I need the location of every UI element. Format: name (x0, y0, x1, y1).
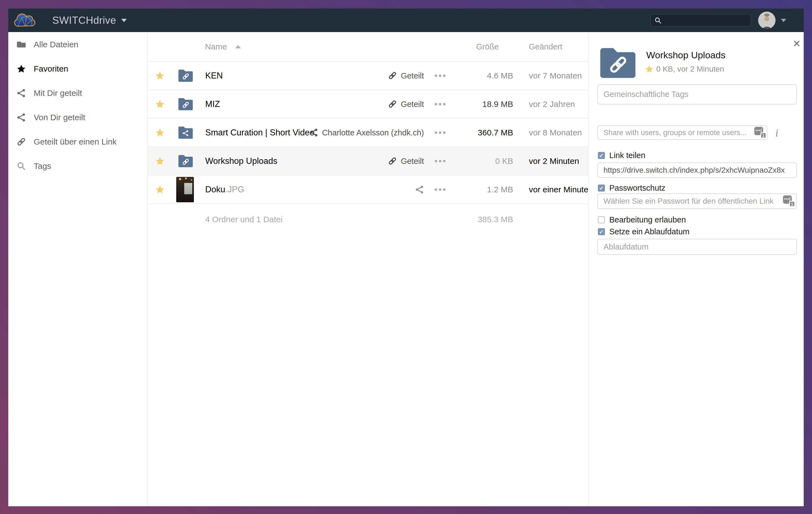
link-icon (388, 157, 397, 165)
summary-count: 4 Ordner und 1 Datei (205, 215, 283, 224)
user-avatar[interactable] (758, 11, 776, 29)
sort-asc-icon (235, 45, 241, 48)
user-menu-chevron-down-icon[interactable] (781, 19, 786, 22)
file-modified: vor 7 Monaten (529, 71, 582, 80)
checkbox-unchecked-icon[interactable] (598, 216, 605, 223)
file-name[interactable]: MIZ (205, 99, 220, 109)
share-status[interactable]: Geteilt (388, 156, 424, 165)
more-actions-button[interactable] (430, 188, 451, 191)
share-owner[interactable]: Charlotte Axelsson (zhdk.ch) (309, 128, 424, 137)
folder-icon (17, 40, 26, 49)
share-icon (415, 185, 424, 194)
favorite-star-icon[interactable] (155, 185, 165, 194)
set-expiration-checkbox[interactable]: ✓ Setze ein Ablaufdatum (598, 227, 689, 236)
password-manager-icon[interactable]: •••|1 (754, 127, 766, 138)
search-input[interactable] (665, 16, 747, 25)
more-actions-button[interactable] (430, 160, 451, 162)
favorite-star-icon[interactable] (645, 65, 654, 73)
file-name[interactable]: Workshop Uploads (205, 156, 277, 166)
file-extension: .JPG (225, 185, 244, 194)
file-list: Name Größe Geändert KEN Geteilt 4.6 MB v… (148, 32, 588, 506)
column-header-name[interactable]: Name (205, 42, 241, 51)
details-panel: × Workshop Uploads 0 KB, vor 2 Minuten •… (588, 32, 804, 506)
favorite-star-icon[interactable] (155, 100, 165, 109)
folder-link-icon (178, 98, 193, 110)
sidebar: Alle Dateien Favoriten Mit Dir geteilt V… (8, 32, 148, 506)
table-row[interactable]: KEN Geteilt 4.6 MB vor 7 Monaten (148, 62, 588, 90)
expiration-date-input[interactable] (598, 239, 797, 255)
more-actions-button[interactable] (430, 103, 451, 105)
switch-cloud-logo-icon[interactable] (12, 12, 38, 28)
share-icon (17, 88, 26, 98)
link-icon (388, 71, 397, 80)
link-password-input[interactable] (598, 193, 797, 209)
table-row[interactable]: Doku.JPG 1.2 MB vor einer Minute (148, 175, 588, 204)
folder-shared-icon (178, 127, 193, 139)
link-icon (17, 137, 26, 146)
collaborative-tags-input[interactable] (598, 84, 797, 105)
file-modified: vor 2 Jahren (529, 100, 575, 109)
allow-editing-checkbox[interactable]: Bearbeitung erlauben (598, 215, 686, 224)
table-row[interactable]: MIZ Geteilt 18.9 MB vor 2 Jahren (148, 90, 588, 118)
search-icon (654, 17, 662, 24)
summary-total-size: 385.3 MB (478, 215, 513, 224)
file-size: 0 KB (495, 156, 513, 166)
share-status[interactable]: Geteilt (388, 71, 424, 80)
share-button[interactable] (415, 185, 424, 194)
table-row-selected[interactable]: Workshop Uploads Geteilt 0 KB vor 2 Minu… (148, 147, 588, 175)
folder-link-icon (178, 155, 193, 167)
close-icon[interactable]: × (793, 37, 801, 50)
folder-link-icon (600, 48, 636, 78)
password-manager-icon[interactable]: •••|1 (783, 195, 795, 207)
top-bar: SWITCHdrive (8, 8, 804, 32)
search-icon (17, 161, 26, 171)
favorite-star-icon[interactable] (155, 71, 165, 80)
panel-meta: 0 KB, vor 2 Minuten (645, 65, 724, 74)
link-icon (388, 100, 397, 109)
file-size: 4.6 MB (487, 71, 513, 80)
file-modified: vor einer Minute (529, 185, 588, 194)
column-header-modified[interactable]: Geändert (529, 42, 562, 51)
checkbox-checked-icon[interactable]: ✓ (598, 152, 605, 159)
sidebar-item-favorites[interactable]: Favoriten (8, 57, 147, 81)
sidebar-item-shared-with-you[interactable]: Mit Dir geteilt (8, 81, 147, 105)
folder-link-icon (178, 70, 193, 82)
app-title[interactable]: SWITCHdrive (52, 15, 116, 26)
public-link-url-input[interactable] (598, 162, 797, 178)
file-list-summary: 4 Ordner und 1 Datei 385.3 MB (148, 204, 588, 235)
favorite-star-icon[interactable] (155, 156, 165, 166)
app-window: SWITCHdrive Alle Dateien Favoriten Mit D… (8, 8, 804, 506)
share-icon (309, 128, 318, 137)
file-size: 18.9 MB (482, 100, 513, 109)
share-link-checkbox[interactable]: ✓ Link teilen (598, 151, 645, 160)
sidebar-item-shared-by-you[interactable]: Von Dir geteilt (8, 105, 147, 130)
share-with-input[interactable] (598, 126, 767, 140)
file-name[interactable]: Smart Curation | Short Video (205, 128, 314, 138)
file-modified: vor 2 Minuten (529, 156, 579, 166)
file-list-header: Name Größe Geändert (148, 32, 588, 62)
star-icon (17, 64, 26, 74)
more-actions-button[interactable] (430, 74, 451, 77)
panel-title: Workshop Uploads (646, 50, 726, 60)
password-protect-checkbox[interactable]: ✓ Passwortschutz (598, 184, 665, 193)
file-name[interactable]: Doku.JPG (205, 185, 244, 194)
file-name[interactable]: KEN (205, 71, 223, 81)
info-icon[interactable]: i (775, 126, 778, 140)
file-modified: vor 8 Monaten (529, 128, 582, 137)
sidebar-item-tags[interactable]: Tags (8, 154, 147, 178)
checkbox-checked-icon[interactable]: ✓ (598, 228, 605, 235)
checkbox-checked-icon[interactable]: ✓ (598, 185, 605, 191)
sidebar-item-all-files[interactable]: Alle Dateien (8, 32, 147, 57)
file-size: 360.7 MB (478, 128, 513, 137)
search-box[interactable] (650, 14, 751, 27)
favorite-star-icon[interactable] (155, 128, 165, 137)
file-size: 1.2 MB (487, 185, 513, 194)
column-header-size[interactable]: Größe (476, 42, 499, 51)
table-row[interactable]: Smart Curation | Short Video Charlotte A… (148, 118, 588, 147)
image-thumbnail (176, 177, 194, 202)
share-icon (17, 113, 26, 122)
sidebar-item-shared-by-link[interactable]: Geteilt über einen Link (8, 130, 147, 154)
app-menu-chevron-down-icon[interactable] (121, 19, 127, 22)
share-status[interactable]: Geteilt (388, 100, 424, 109)
more-actions-button[interactable] (430, 131, 451, 134)
